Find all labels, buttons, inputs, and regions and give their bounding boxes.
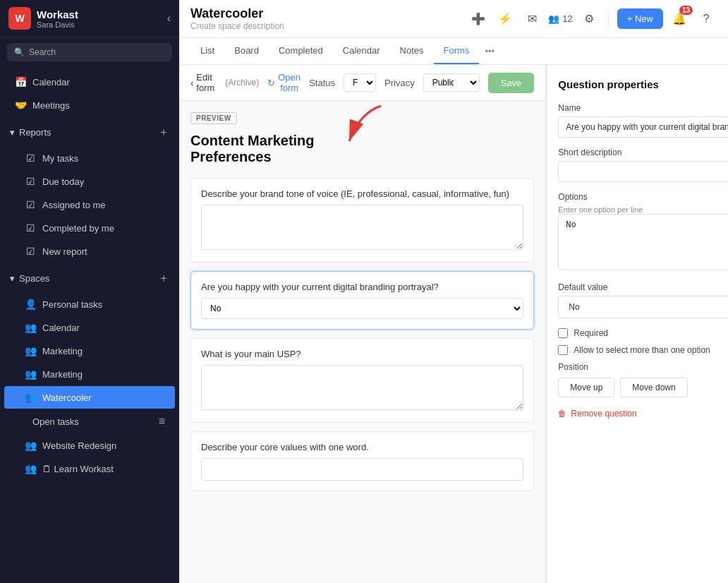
- short-desc-input[interactable]: [558, 161, 728, 182]
- question-properties-panel: Question properties ✕ Name Short descrip…: [546, 65, 728, 583]
- search-button[interactable]: 🔍 Search: [7, 43, 172, 61]
- sidebar-item-open-tasks[interactable]: Open tasks ≡: [4, 409, 175, 433]
- move-down-button[interactable]: Move down: [620, 378, 687, 397]
- allow-multiple-label: Allow to select more than one option: [574, 345, 710, 355]
- tab-board[interactable]: Board: [224, 38, 269, 64]
- more-tabs-button[interactable]: •••: [479, 39, 500, 64]
- default-value-select[interactable]: No: [558, 296, 728, 318]
- notification-badge: 13: [679, 6, 693, 15]
- sidebar-item-marketing-2[interactable]: 👥 Marketing: [4, 363, 175, 385]
- status-select[interactable]: F: [344, 73, 376, 92]
- options-textarea[interactable]: No: [558, 214, 728, 270]
- add-report-icon[interactable]: ＋: [158, 125, 169, 140]
- trash-icon: 🗑: [558, 409, 566, 419]
- sidebar-item-label: Open tasks: [32, 416, 79, 427]
- sidebar-item-learn-workast[interactable]: 👥 🗒 Learn Workast: [4, 457, 175, 480]
- search-label: Search: [29, 47, 56, 57]
- allow-multiple-checkbox[interactable]: [558, 345, 568, 355]
- name-input[interactable]: [558, 116, 728, 138]
- settings-icon[interactable]: ⚙: [578, 8, 600, 30]
- form-question-2[interactable]: Are you happy with your current digital …: [190, 271, 534, 330]
- sidebar-item-due-today[interactable]: ☑ Due today: [4, 170, 175, 193]
- move-up-button[interactable]: Move up: [558, 378, 614, 397]
- sidebar-item-label: Calendar: [32, 77, 70, 88]
- tabs-bar: List Board Completed Calendar Notes Form…: [179, 38, 728, 65]
- sidebar-item-calendar-space[interactable]: 👥 Calendar: [4, 316, 175, 339]
- spaces-section-header[interactable]: ▾ Spaces ＋: [0, 265, 179, 292]
- sidebar-item-label: My tasks: [42, 153, 78, 164]
- open-form-button[interactable]: ↻ Open form: [267, 72, 301, 93]
- add-space-icon[interactable]: ＋: [158, 271, 169, 286]
- question-select[interactable]: No: [201, 298, 523, 319]
- tab-completed[interactable]: Completed: [269, 38, 333, 64]
- open-form-label: Open form: [278, 72, 301, 93]
- sidebar-item-completed-by-me[interactable]: ☑ Completed by me: [4, 217, 175, 239]
- tab-forms[interactable]: Forms: [434, 38, 480, 64]
- refresh-icon: ↻: [267, 78, 275, 88]
- sidebar-item-meetings[interactable]: 🤝 Meetings: [4, 94, 175, 116]
- page-subtitle: Create space description: [190, 21, 284, 31]
- question-input[interactable]: [201, 458, 523, 481]
- sidebar: W Workast Sara Davis ‹ 🔍 Search 📅 Calend…: [0, 0, 179, 583]
- sidebar-item-watercooler[interactable]: 👥 Watercooler: [4, 386, 175, 409]
- default-value-field: Default value No: [558, 282, 728, 318]
- required-checkbox[interactable]: [558, 328, 568, 338]
- chevron-down-icon: ▾: [10, 127, 15, 138]
- question-label: Describe your core values with one word.: [201, 442, 523, 452]
- sidebar-item-label: Marketing: [42, 346, 83, 356]
- content-area: ‹ Edit form (Archive) ↻ Open form Status…: [179, 65, 728, 583]
- brand-logo: W: [8, 7, 31, 30]
- sidebar-item-label: Completed by me: [42, 223, 114, 234]
- sidebar-item-label: Due today: [42, 176, 84, 187]
- sidebar-collapse-button[interactable]: ‹: [167, 12, 171, 25]
- sidebar-item-calendar[interactable]: 📅 Calendar: [4, 71, 175, 93]
- sidebar-item-personal-tasks[interactable]: 👤 Personal tasks: [4, 293, 175, 315]
- chevron-down-icon: ▾: [10, 273, 15, 284]
- reports-section-header[interactable]: ▾ Reports ＋: [0, 119, 179, 145]
- users-count: 12: [562, 13, 572, 24]
- add-icon[interactable]: ➕: [468, 8, 489, 30]
- topbar-divider: [608, 12, 609, 26]
- sidebar-item-label: Meetings: [32, 100, 70, 111]
- tab-calendar[interactable]: Calendar: [333, 38, 390, 64]
- calendar-icon: 📅: [14, 76, 27, 88]
- default-value-label: Default value: [558, 282, 728, 292]
- name-field: Name: [558, 103, 728, 138]
- tab-notes[interactable]: Notes: [390, 38, 434, 64]
- status-label: Status: [309, 78, 335, 88]
- save-button[interactable]: Save: [488, 73, 535, 93]
- back-to-forms-button[interactable]: ‹ Edit form: [190, 72, 217, 93]
- privacy-select[interactable]: Public: [423, 73, 480, 92]
- mail-icon[interactable]: ✉: [521, 8, 542, 30]
- form-question-3[interactable]: What is your main USP?: [190, 338, 534, 423]
- sidebar-item-label: Personal tasks: [42, 299, 102, 310]
- sidebar-item-new-report[interactable]: ☑ New report: [4, 240, 175, 263]
- tab-list[interactable]: List: [190, 38, 224, 64]
- sidebar-item-my-tasks[interactable]: ☑ My tasks: [4, 147, 175, 169]
- brand-name: Workast: [37, 8, 78, 20]
- sidebar-item-label: Calendar: [42, 323, 80, 333]
- allow-multiple-checkbox-row: Allow to select more than one option: [558, 345, 728, 355]
- help-icon[interactable]: ?: [696, 8, 717, 30]
- integration-icon[interactable]: ⚡: [495, 8, 516, 30]
- remove-question-button[interactable]: 🗑 Remove question: [558, 409, 636, 419]
- options-hint: Enter one option per line: [558, 205, 728, 214]
- short-desc-label: Short description: [558, 148, 728, 157]
- sidebar-item-assigned-to-me[interactable]: ☑ Assigned to me: [4, 193, 175, 216]
- question-textarea[interactable]: [201, 365, 523, 410]
- form-question-4[interactable]: Describe your core values with one word.: [190, 431, 534, 491]
- sidebar-item-marketing-1[interactable]: 👥 Marketing: [4, 339, 175, 362]
- task-icon: ☑: [24, 199, 37, 210]
- sidebar-search-area: 🔍 Search: [0, 37, 179, 67]
- sidebar-item-website-redesign[interactable]: 👥 Website Redesign: [4, 434, 175, 457]
- question-textarea[interactable]: [201, 205, 523, 250]
- notifications-button[interactable]: 🔔 13: [669, 8, 690, 30]
- form-question-1[interactable]: Describe your brand tone of voice (IE, p…: [190, 178, 534, 263]
- archive-link[interactable]: (Archive): [225, 78, 259, 88]
- group-icon: 👥: [24, 322, 37, 333]
- ellipsis-icon[interactable]: ≡: [159, 415, 165, 428]
- spaces-label: Spaces: [19, 273, 49, 284]
- users-count-area[interactable]: 👥 12: [548, 13, 572, 24]
- new-button[interactable]: + New: [617, 8, 663, 29]
- question-label: Describe your brand tone of voice (IE, p…: [201, 188, 523, 199]
